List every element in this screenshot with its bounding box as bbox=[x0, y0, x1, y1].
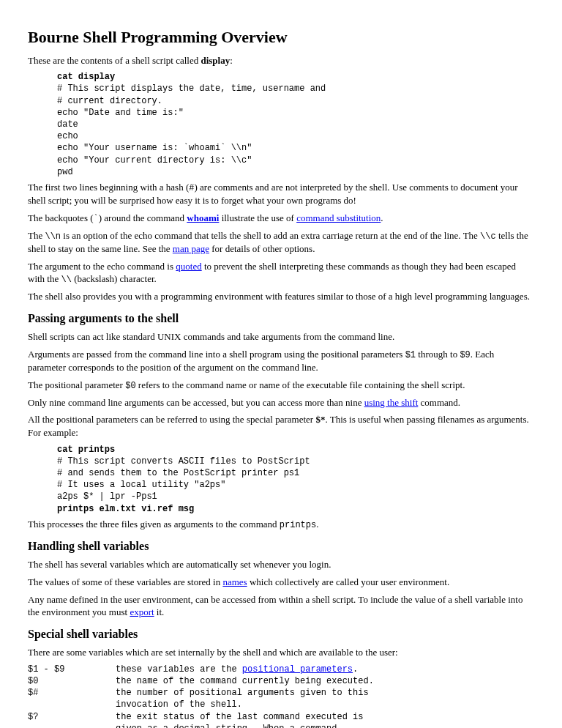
positional-parameters-link[interactable]: positional parameters bbox=[242, 664, 353, 675]
inline-code: \\ bbox=[61, 275, 72, 285]
intro-para: These are the contents of a shell script… bbox=[28, 54, 534, 67]
page-title: Bourne Shell Programming Overview bbox=[28, 26, 534, 48]
heading-special-vars: Special shell variables bbox=[28, 626, 534, 642]
script-name: display bbox=[201, 55, 230, 66]
command-substitution-link[interactable]: command substitution bbox=[296, 212, 381, 223]
inline-code: printps bbox=[280, 520, 316, 530]
para: Arguments are passed from the command li… bbox=[28, 348, 534, 374]
var-desc: these variables are the positional param… bbox=[116, 664, 379, 675]
para: There are some variables which are set i… bbox=[28, 646, 534, 659]
code-line: echo "Your username is: `whoami` \\n" bbox=[57, 143, 252, 153]
quoted-link[interactable]: quoted bbox=[176, 261, 201, 272]
para: The shell has several variables which ar… bbox=[28, 558, 534, 571]
para: Shell scripts can act like standard UNIX… bbox=[28, 330, 534, 343]
code-line: cat display bbox=[57, 72, 115, 82]
text: it. bbox=[154, 606, 165, 617]
para-environment: The shell also provides you with a progr… bbox=[28, 290, 534, 303]
para: This processes the three files given as … bbox=[28, 518, 534, 531]
code-line: # This script converts ASCII files to Po… bbox=[57, 456, 310, 467]
text: The values of some of these variables ar… bbox=[28, 576, 222, 587]
code-line: # current directory. bbox=[57, 96, 162, 106]
text: This processes the three files given as … bbox=[28, 519, 280, 530]
text: for details of other options. bbox=[209, 243, 315, 254]
code-line: # This script displays the date, time, u… bbox=[57, 83, 326, 94]
code-line: echo "Date and time is:" bbox=[57, 108, 184, 118]
text: Only nine command line arguments can be … bbox=[28, 397, 364, 408]
using-shift-link[interactable]: using the shift bbox=[364, 397, 419, 408]
para: The values of some of these variables ar… bbox=[28, 576, 534, 589]
code-block-printps: cat printps # This script converts ASCII… bbox=[57, 444, 534, 515]
para: The positional parameter $0 refers to th… bbox=[28, 379, 534, 392]
code-line: # It uses a local utility "a2ps" bbox=[57, 480, 225, 490]
text: command. bbox=[418, 397, 460, 408]
link-text: whoami bbox=[187, 212, 219, 223]
inline-code: $1 bbox=[405, 350, 416, 360]
text: ) around the command bbox=[99, 212, 187, 223]
text: The first two lines beginning with a has… bbox=[28, 182, 189, 193]
text: Arguments are passed from the command li… bbox=[28, 349, 405, 360]
inline-code: \\c bbox=[480, 231, 496, 242]
heading-handling-vars: Handling shell variables bbox=[28, 538, 534, 554]
names-link[interactable]: names bbox=[222, 576, 247, 587]
text: The bbox=[28, 230, 45, 241]
para-backquotes: The backquotes (`) around the command wh… bbox=[28, 212, 534, 225]
text: . bbox=[316, 519, 318, 530]
text: $* bbox=[315, 414, 325, 425]
var-name: $1 - $9 bbox=[28, 664, 116, 675]
special-vars-table: $1 - $9 these variables are the position… bbox=[28, 664, 379, 728]
var-desc: the exit status of the last command exec… bbox=[116, 711, 379, 728]
text: refers to the command name or name of th… bbox=[136, 379, 465, 390]
text: The argument to the echo command is bbox=[28, 261, 176, 272]
para-quoted: The argument to the echo command is quot… bbox=[28, 260, 534, 286]
table-row: $0 the name of the command currently bei… bbox=[28, 675, 379, 687]
text: These are the contents of a shell script… bbox=[28, 55, 201, 66]
man-page-link[interactable]: man page bbox=[173, 243, 209, 254]
whoami-link[interactable]: whoami bbox=[187, 212, 219, 223]
code-line: date bbox=[57, 119, 78, 130]
text: which collectively are called your user … bbox=[247, 576, 450, 587]
code-line: cat printps bbox=[57, 445, 115, 455]
code-line: printps elm.txt vi.ref msg bbox=[57, 504, 194, 514]
code-line: pwd bbox=[57, 167, 73, 177]
var-name: $0 bbox=[28, 675, 116, 687]
text: . bbox=[381, 212, 383, 223]
text: All the positional parameters can be ref… bbox=[28, 414, 315, 425]
text: . bbox=[353, 664, 358, 675]
inline-code: \\n bbox=[45, 231, 61, 242]
heading-passing-args: Passing arguments to the shell bbox=[28, 311, 534, 327]
text: : bbox=[230, 55, 233, 66]
para: Any name defined in the user environment… bbox=[28, 593, 534, 619]
text: Any name defined in the user environment… bbox=[28, 594, 522, 618]
text: The backquotes ( bbox=[28, 212, 94, 223]
var-name: $# bbox=[28, 687, 116, 710]
code-line: a2ps $* | lpr -Pps1 bbox=[57, 491, 157, 502]
text: these variables are the bbox=[116, 664, 242, 675]
text: is an option of the echo command that te… bbox=[61, 230, 480, 241]
export-link[interactable]: export bbox=[130, 606, 154, 617]
table-row: $? the exit status of the last command e… bbox=[28, 711, 379, 728]
text: The positional parameter bbox=[28, 379, 125, 390]
code-line: # and sends them to the PostScript print… bbox=[57, 468, 299, 478]
text: through to bbox=[416, 349, 460, 360]
text: (backslash) character. bbox=[72, 273, 157, 284]
code-line: echo bbox=[57, 131, 78, 141]
inline-code: ` bbox=[94, 214, 99, 224]
var-desc: the number of positional arguments given… bbox=[116, 687, 379, 710]
text: illustrate the use of bbox=[219, 212, 296, 223]
inline-code: $9 bbox=[460, 350, 470, 360]
var-name: $? bbox=[28, 711, 116, 728]
para-echo-options: The \\n is an option of the echo command… bbox=[28, 229, 534, 256]
table-row: $# the number of positional arguments gi… bbox=[28, 687, 379, 710]
para: Only nine command line arguments can be … bbox=[28, 396, 534, 409]
para: All the positional parameters can be ref… bbox=[28, 413, 534, 439]
table-row: $1 - $9 these variables are the position… bbox=[28, 664, 379, 675]
inline-code: $0 bbox=[125, 381, 135, 391]
code-line: echo "Your current directory is: \\c" bbox=[57, 155, 252, 166]
var-desc: the name of the command currently being … bbox=[116, 675, 379, 687]
para-comments: The first two lines beginning with a has… bbox=[28, 181, 534, 207]
code-block-display: cat display # This script displays the d… bbox=[57, 71, 534, 178]
